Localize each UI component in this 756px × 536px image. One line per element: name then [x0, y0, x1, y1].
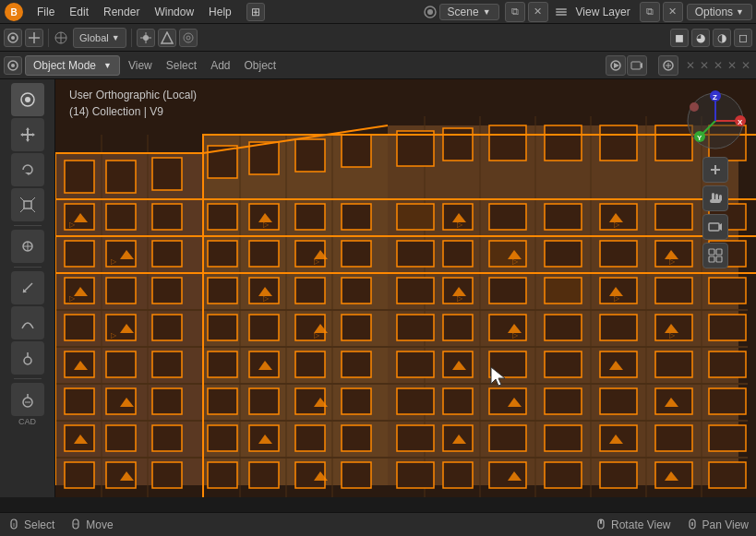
svg-point-3 [427, 9, 433, 15]
view-layer-expand-icon[interactable]: ⧉ [640, 2, 660, 22]
left-sidebar: CAD [0, 79, 55, 497]
menu-edit[interactable]: Edit [62, 4, 96, 20]
menu-file[interactable]: File [30, 4, 62, 20]
toolbar-ruler-tool[interactable] [11, 341, 44, 375]
svg-rect-241 [489, 241, 526, 267]
svg-text:▷: ▷ [512, 331, 519, 339]
toolbar-move-tool[interactable] [11, 118, 44, 151]
viewport-render-icon[interactable] [606, 55, 626, 76]
move-mouse-icon [69, 518, 82, 531]
svg-rect-112 [489, 278, 526, 304]
svg-rect-172 [709, 425, 746, 451]
view-layer-close-icon[interactable]: ✕ [663, 2, 683, 22]
shading-toggle-icon[interactable]: ◻ [734, 29, 752, 47]
svg-rect-130 [709, 315, 746, 340]
svg-rect-252 [24, 201, 31, 208]
bottom-pan-view[interactable]: Pan View [686, 518, 749, 531]
zoom-in-btn[interactable] [702, 157, 728, 183]
svg-rect-146 [106, 388, 136, 414]
transform-orientation-selector[interactable]: Global ▼ [73, 28, 126, 48]
view-type-label: User Orthographic (Local) [69, 87, 197, 103]
toolbar-cad-tool[interactable] [11, 383, 44, 416]
overlay-x5[interactable]: ✕ [739, 58, 752, 73]
shading-material-icon[interactable]: ◕ [691, 29, 710, 47]
hand-pan-btn[interactable] [702, 185, 728, 211]
svg-rect-165 [342, 425, 371, 451]
bottom-move[interactable]: Move [69, 518, 113, 531]
sidebar-divider-1 [14, 225, 42, 226]
navigation-gizmo[interactable]: X Y Z [683, 89, 748, 153]
toolbar-scale-tool[interactable] [11, 188, 44, 221]
view-menu[interactable]: View [123, 55, 158, 76]
toolbar-cursor-tool[interactable] [11, 83, 44, 116]
select-menu[interactable]: Select [161, 55, 202, 76]
svg-rect-174 [106, 462, 136, 488]
overlay-icons: ✕ ✕ ✕ ✕ ✕ [658, 55, 752, 76]
object-mode-icon[interactable] [4, 56, 22, 75]
object-menu[interactable]: Object [238, 55, 282, 76]
svg-rect-119 [152, 315, 182, 340]
overlay-x1[interactable]: ✕ [684, 58, 697, 73]
overlay-x3[interactable]: ✕ [712, 58, 725, 73]
svg-marker-248 [26, 139, 30, 142]
svg-text:▷: ▷ [457, 220, 463, 229]
add-menu[interactable]: Add [205, 55, 235, 76]
toolbar-annotate-tool[interactable] [11, 271, 44, 304]
toolbar-measure-tool[interactable] [11, 306, 44, 339]
overlay-toggles: ✕ ✕ ✕ ✕ ✕ [684, 58, 752, 73]
rotate-mouse-icon [594, 518, 607, 531]
svg-rect-147 [152, 388, 182, 414]
svg-rect-283 [710, 199, 721, 203]
viewport-camera-icon[interactable] [627, 55, 647, 76]
camera-view-btn[interactable] [702, 214, 728, 240]
move-icon[interactable] [25, 29, 43, 47]
toolbar-transform-tool[interactable] [11, 230, 44, 263]
scene-selector[interactable]: Scene ▼ [439, 4, 499, 20]
cursor-icon[interactable] [4, 29, 22, 47]
svg-text:▷: ▷ [614, 220, 620, 229]
blender-logo-icon[interactable]: B [4, 2, 24, 22]
options-button[interactable]: Options ▼ [687, 4, 752, 20]
svg-rect-93 [249, 241, 279, 267]
overlay-x2[interactable]: ✕ [698, 58, 711, 73]
svg-rect-115 [655, 278, 692, 304]
menu-help[interactable]: Help [201, 4, 239, 20]
proportional-edit-icon[interactable] [179, 29, 198, 47]
svg-rect-184 [600, 462, 637, 488]
svg-rect-99 [545, 241, 582, 267]
svg-point-8 [11, 36, 15, 40]
bottom-bar: Select Move Rotate View Pan View [0, 512, 756, 536]
toolbar-rotate-tool[interactable] [11, 153, 44, 186]
top-menu-bar: B File Edit Render Window Help ⊞ Scene ▼… [0, 0, 756, 24]
snap-icon[interactable] [158, 29, 176, 47]
bottom-rotate-view[interactable]: Rotate View [594, 518, 670, 531]
svg-rect-148 [208, 388, 237, 414]
svg-marker-249 [20, 133, 23, 137]
svg-rect-85 [545, 204, 582, 230]
viewport-options-group [606, 55, 647, 76]
svg-rect-154 [489, 388, 526, 414]
svg-rect-160 [106, 425, 136, 451]
svg-rect-182 [489, 462, 526, 488]
pivot-icon[interactable] [137, 29, 155, 47]
shading-solid-icon[interactable]: ◼ [670, 29, 689, 47]
shading-rendered-icon[interactable]: ◑ [713, 29, 731, 47]
overlay-x4[interactable]: ✕ [726, 58, 738, 73]
menu-render[interactable]: Render [96, 4, 147, 20]
scene-close-icon[interactable]: ✕ [528, 2, 548, 22]
svg-text:▷: ▷ [314, 331, 320, 339]
svg-rect-145 [65, 388, 94, 414]
grid-view-btn[interactable] [702, 243, 728, 268]
svg-rect-296 [600, 519, 602, 524]
bottom-select[interactable]: Select [7, 518, 54, 531]
svg-rect-242 [545, 278, 582, 304]
right-toolbar-icons [702, 157, 728, 268]
scene-expand-icon[interactable]: ⧉ [505, 2, 525, 22]
show-overlays-btn[interactable] [658, 55, 678, 76]
svg-rect-144 [709, 351, 746, 377]
menu-window[interactable]: Window [147, 4, 201, 20]
workspace-icon[interactable]: ⊞ [246, 3, 265, 21]
object-mode-selector[interactable]: Object Mode ▼ [25, 55, 120, 76]
svg-rect-109 [342, 278, 371, 304]
viewport-info: User Orthographic (Local) (14) Collectio… [69, 87, 197, 120]
